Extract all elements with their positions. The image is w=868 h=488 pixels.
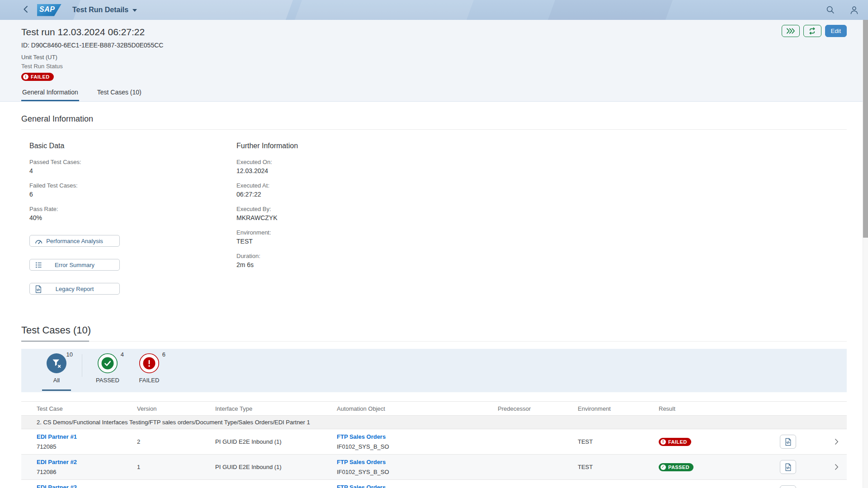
column-header: Environment [578,405,659,412]
test-case-link[interactable]: EDI Partner #3 [37,484,137,488]
test-run-id: ID: D90C8460-6EC1-1EEE-B887-32B5D0E055CC [21,41,847,50]
app-title: Test Run Details [72,6,128,14]
table-row[interactable]: EDI Partner #1 712085 2 PI GUID E2E Inbo… [21,429,847,455]
filter-count: 4 [121,351,124,358]
legacy-report-row-button[interactable] [780,485,796,488]
field-label: Pass Rate: [29,205,236,213]
field-value: 2m 6s [236,261,847,269]
test-case-id: 712085 [37,443,137,450]
table-row[interactable]: EDI Partner #2 712086 1 PI GUID E2E Inbo… [21,455,847,480]
environment-cell: TEST [578,464,659,470]
sap-logo: SAP [37,4,61,16]
subsection-further-information: Further Information [236,141,847,150]
automation-object-link[interactable]: FTP Sales Orders [337,484,498,488]
column-header: Test Case [37,405,137,412]
result-badge: ! FAILED [659,438,691,446]
error-icon: ! [660,439,666,445]
button-label: Legacy Report [56,286,94,292]
page-title: Test run 12.03.2024 06:27:22 [21,26,847,38]
field-label: Passed Test Cases: [29,158,236,166]
status-badge: ! FAILED [21,73,54,81]
scrollbar-thumb[interactable] [863,20,868,238]
chevron-down-icon [132,9,137,12]
test-cases-table: Test Case Version Interface Type Automat… [21,401,847,488]
search-button[interactable] [825,4,836,16]
search-icon [826,5,835,14]
page-content: General Information Basic Data Passed Te… [0,99,863,488]
user-button[interactable] [848,4,860,16]
table-group-header: 2. CS Demos/Functional Interfaces Testin… [21,416,847,429]
test-case-link[interactable]: EDI Partner #1 [37,433,137,440]
environment-cell: TEST [578,438,659,445]
field-value: 06:27:22 [236,190,847,199]
filter-separator [82,354,82,377]
performance-analysis-button[interactable]: Performance Analysis [29,235,120,247]
button-label: Performance Analysis [46,238,103,244]
field-value: 4 [29,167,236,175]
filter-label: FAILED [128,377,170,384]
filter-all[interactable]: 10 All [36,349,77,392]
row-navigation-button[interactable] [831,462,842,473]
filter-label: All [36,377,77,384]
automation-object-link[interactable]: FTP Sales Orders [337,459,498,465]
test-case-link[interactable]: EDI Partner #2 [37,459,137,465]
version-cell: 2 [137,438,215,445]
automation-object-link[interactable]: FTP Sales Orders [337,433,498,440]
bulleted-list-icon [34,261,42,271]
legacy-report-row-button[interactable] [780,460,796,474]
document-code-icon [784,438,792,446]
filter-passed[interactable]: 4 PASSED [87,349,128,392]
header-deco-shape [293,0,475,20]
subsection-basic-data: Basic Data [29,141,236,150]
field-value: 12.03.2024 [236,167,847,175]
app-title-menu[interactable]: Test Run Details [72,6,137,14]
section-title-test-cases: Test Cases (10) [21,324,847,336]
refresh-button[interactable] [803,25,821,37]
filter-count: 10 [66,351,73,358]
error-summary-button[interactable]: Error Summary [29,259,120,271]
vertical-scrollbar[interactable] [863,20,868,488]
filter-count: 6 [162,351,165,358]
column-header: Version [137,405,215,412]
version-cell: 1 [137,464,215,470]
button-label: Error Summary [55,262,94,268]
interface-type-cell: PI GUID E2E Inbound (1) [215,464,337,470]
column-header: Predecessor [498,405,578,412]
section-divider [21,341,847,342]
filter-funnel-icon [46,353,67,374]
edit-button[interactable]: Edit [825,25,847,37]
column-header: Interface Type [215,405,337,412]
automation-object-id: IF0102_SYS_B_SO [337,443,498,450]
table-header-row: Test Case Version Interface Type Automat… [21,401,847,416]
page-header: Test run 12.03.2024 06:27:22 ID: D90C846… [0,20,863,102]
failed-exclamation-icon [139,353,160,374]
user-icon [849,5,859,15]
table-row[interactable]: EDI Partner #3 712087 1 PI GUID E2E Inbo… [21,480,847,488]
field-value: TEST [236,237,847,246]
status-badge-text: FAILED [31,74,50,80]
passed-check-icon [97,353,118,374]
document-code-icon [34,285,42,295]
field-label: Executed By: [236,205,847,213]
interface-type-cell: PI GUID E2E Inbound (1) [215,438,337,445]
run-all-button[interactable] [782,25,800,37]
row-navigation-button[interactable] [831,436,842,447]
field-label: Executed On: [236,158,847,166]
chevron-right-icon [835,464,839,470]
sync-icon [808,27,816,35]
shell-header: SAP Test Run Details [0,0,868,20]
field-label: Executed At: [236,182,847,189]
automation-object-id: IF0102_SYS_B_SO [337,469,498,475]
back-button[interactable] [16,0,34,20]
result-badge-text: FAILED [668,439,687,445]
legacy-report-button[interactable]: Legacy Report [29,283,120,295]
legacy-report-row-button[interactable] [780,435,796,449]
field-value: 6 [29,190,236,199]
document-code-icon [784,463,792,471]
column-header: Result [659,405,780,412]
header-deco-shape [546,0,674,20]
test-run-type: Unit Test (UT) [21,53,847,61]
result-badge-text: PASSED [668,465,689,470]
filter-failed[interactable]: 6 FAILED [128,349,170,392]
field-label: Environment: [236,229,847,236]
